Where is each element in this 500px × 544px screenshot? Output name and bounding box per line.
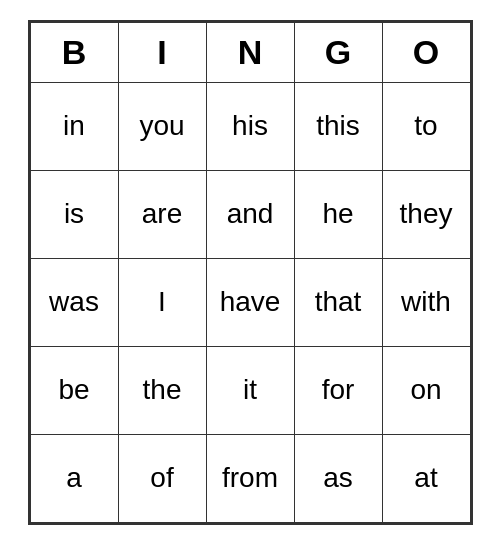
cell-r4-c0: a — [30, 434, 118, 522]
cell-r4-c3: as — [294, 434, 382, 522]
cell-r2-c1: I — [118, 258, 206, 346]
cell-r2-c2: have — [206, 258, 294, 346]
table-row: wasIhavethatwith — [30, 258, 470, 346]
cell-r1-c0: is — [30, 170, 118, 258]
cell-r4-c1: of — [118, 434, 206, 522]
table-row: aoffromasat — [30, 434, 470, 522]
cell-r1-c4: they — [382, 170, 470, 258]
cell-r3-c4: on — [382, 346, 470, 434]
col-header-n: N — [206, 22, 294, 82]
cell-r0-c3: this — [294, 82, 382, 170]
cell-r1-c1: are — [118, 170, 206, 258]
cell-r2-c0: was — [30, 258, 118, 346]
cell-r4-c4: at — [382, 434, 470, 522]
cell-r0-c2: his — [206, 82, 294, 170]
col-header-o: O — [382, 22, 470, 82]
table-row: inyouhisthisto — [30, 82, 470, 170]
col-header-g: G — [294, 22, 382, 82]
cell-r1-c3: he — [294, 170, 382, 258]
bingo-card: B I N G O inyouhisthistoisareandhetheywa… — [28, 20, 473, 525]
cell-r3-c3: for — [294, 346, 382, 434]
table-row: betheitforon — [30, 346, 470, 434]
cell-r2-c4: with — [382, 258, 470, 346]
col-header-i: I — [118, 22, 206, 82]
cell-r0-c1: you — [118, 82, 206, 170]
cell-r3-c0: be — [30, 346, 118, 434]
cell-r3-c2: it — [206, 346, 294, 434]
cell-r0-c4: to — [382, 82, 470, 170]
cell-r0-c0: in — [30, 82, 118, 170]
cell-r2-c3: that — [294, 258, 382, 346]
header-row: B I N G O — [30, 22, 470, 82]
cell-r4-c2: from — [206, 434, 294, 522]
cell-r3-c1: the — [118, 346, 206, 434]
bingo-table: B I N G O inyouhisthistoisareandhetheywa… — [30, 22, 471, 523]
col-header-b: B — [30, 22, 118, 82]
table-row: isareandhethey — [30, 170, 470, 258]
cell-r1-c2: and — [206, 170, 294, 258]
